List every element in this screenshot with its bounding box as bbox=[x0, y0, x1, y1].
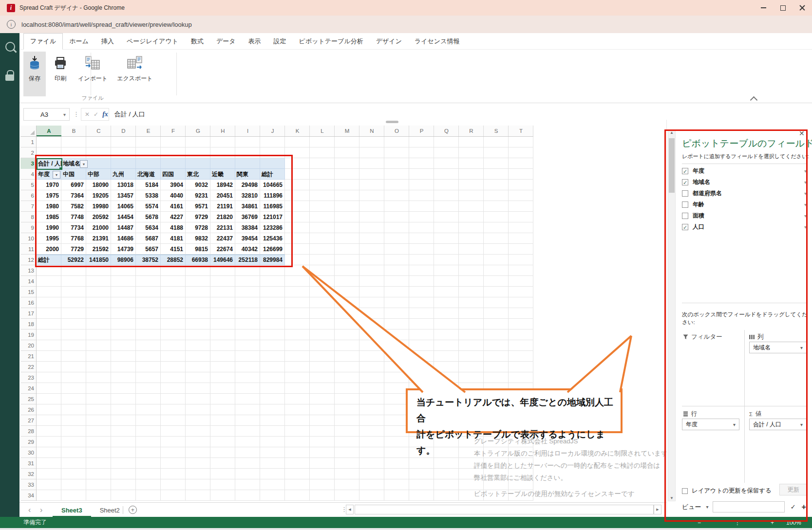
ribbon-button[interactable]: エクスポート bbox=[114, 52, 155, 96]
scroll-right-icon[interactable]: ▶ bbox=[654, 505, 661, 514]
row-header[interactable]: 15 bbox=[20, 287, 34, 297]
row-header[interactable]: 8 bbox=[20, 212, 34, 222]
row-header[interactable]: 9 bbox=[20, 222, 34, 233]
ribbon-tab[interactable]: データ bbox=[210, 33, 242, 49]
column-header[interactable]: F bbox=[161, 126, 186, 136]
row-header[interactable]: 2 bbox=[20, 147, 34, 158]
scroll-left-icon[interactable]: ◀ bbox=[346, 505, 354, 514]
row-header[interactable]: 13 bbox=[20, 265, 34, 276]
row-header[interactable]: 3 bbox=[20, 158, 37, 169]
maximize-button[interactable] bbox=[773, 0, 793, 16]
row-header[interactable]: 6 bbox=[20, 190, 34, 201]
column-header[interactable]: O bbox=[384, 126, 409, 136]
ribbon-tab[interactable]: ライセンス情報 bbox=[408, 33, 466, 49]
row-header[interactable]: 25 bbox=[20, 394, 34, 404]
prev-sheet-icon[interactable]: ‹ bbox=[28, 503, 31, 517]
url-text[interactable]: localhost:8080/imart/well/spread_craft/v… bbox=[21, 21, 192, 28]
row-header[interactable]: 18 bbox=[20, 319, 34, 329]
column-header[interactable]: M bbox=[335, 126, 359, 136]
row-header[interactable]: 5 bbox=[20, 180, 34, 190]
row-header[interactable]: 30 bbox=[20, 447, 34, 458]
ribbon-tab[interactable]: 挿入 bbox=[95, 33, 120, 49]
horizontal-scrollbar[interactable] bbox=[355, 505, 654, 514]
row-header[interactable]: 26 bbox=[20, 404, 34, 415]
row-header[interactable]: 16 bbox=[20, 297, 34, 308]
pane-splitter-handle[interactable] bbox=[386, 121, 398, 123]
column-header[interactable]: I bbox=[235, 126, 260, 136]
select-all-corner[interactable] bbox=[20, 126, 37, 137]
status-ready-text: 準備完了 bbox=[23, 517, 47, 528]
accept-icon[interactable]: ✓ bbox=[94, 111, 98, 118]
ribbon-button[interactable]: 保存 bbox=[23, 52, 46, 96]
row-header[interactable]: 31 bbox=[20, 458, 34, 469]
ribbon-button[interactable]: 印刷 bbox=[49, 52, 72, 96]
add-sheet-icon[interactable]: + bbox=[129, 506, 137, 514]
name-box[interactable]: A3 ▾ bbox=[23, 108, 70, 121]
column-header[interactable]: G bbox=[186, 126, 210, 136]
row-header[interactable]: 4 bbox=[20, 169, 34, 180]
row-header[interactable]: 19 bbox=[20, 329, 34, 340]
column-header[interactable]: N bbox=[359, 126, 384, 136]
row-header[interactable]: 11 bbox=[20, 244, 34, 255]
ribbon-tab[interactable]: デザイン bbox=[370, 33, 408, 49]
insert-function-icon[interactable]: fx bbox=[102, 110, 108, 118]
window-title-bar: i Spread Craft デザイナ - Google Chrome bbox=[0, 0, 812, 16]
row-header[interactable]: 22 bbox=[20, 362, 34, 372]
row-header[interactable]: 34 bbox=[20, 490, 34, 501]
ribbon-tab[interactable]: ページレイアウト bbox=[120, 33, 185, 49]
column-header[interactable]: Q bbox=[434, 126, 459, 136]
column-header[interactable]: A bbox=[37, 126, 61, 136]
cancel-icon[interactable]: ✕ bbox=[85, 111, 90, 118]
row-header[interactable]: 17 bbox=[20, 308, 34, 319]
column-header[interactable]: T bbox=[509, 126, 533, 136]
next-sheet-icon[interactable]: › bbox=[40, 503, 42, 517]
printer-icon bbox=[52, 55, 69, 71]
column-header[interactable]: E bbox=[136, 126, 161, 136]
row-header[interactable]: 10 bbox=[20, 233, 34, 244]
ribbon-tab[interactable]: 数式 bbox=[185, 33, 210, 49]
row-header[interactable]: 33 bbox=[20, 479, 34, 490]
tab-divider bbox=[123, 506, 123, 514]
ribbon-separator bbox=[176, 53, 177, 95]
column-header[interactable]: P bbox=[409, 126, 434, 136]
column-header[interactable]: B bbox=[61, 126, 86, 136]
row-header[interactable]: 20 bbox=[20, 340, 34, 351]
formula-input[interactable]: 合計 / 人口 bbox=[114, 108, 145, 121]
ribbon-tab[interactable]: 表示 bbox=[242, 33, 267, 49]
column-header[interactable]: L bbox=[310, 126, 335, 136]
column-header[interactable]: D bbox=[111, 126, 136, 136]
ribbon-tab[interactable]: 設定 bbox=[267, 33, 293, 49]
ribbon-tab[interactable]: ピボットテーブル分析 bbox=[293, 33, 370, 49]
ribbon-tab[interactable]: ファイル bbox=[23, 33, 63, 50]
chevron-down-icon[interactable]: ▾ bbox=[63, 112, 69, 117]
sheet-tab[interactable]: Sheet3 bbox=[53, 503, 91, 517]
row-header[interactable]: 28 bbox=[20, 426, 34, 437]
browser-address-bar[interactable]: i localhost:8080/imart/well/spread_craft… bbox=[0, 16, 812, 34]
close-button[interactable] bbox=[793, 0, 812, 16]
row-header[interactable]: 14 bbox=[20, 276, 34, 287]
formula-bar-divider: ⋮ bbox=[73, 110, 79, 118]
column-header[interactable]: K bbox=[285, 126, 310, 136]
column-header[interactable]: H bbox=[210, 126, 235, 136]
row-header[interactable]: 27 bbox=[20, 415, 34, 426]
site-info-icon[interactable]: i bbox=[7, 20, 16, 29]
column-header[interactable]: R bbox=[459, 126, 484, 136]
column-header[interactable]: S bbox=[484, 126, 509, 136]
row-header[interactable]: 32 bbox=[20, 469, 34, 479]
row-header[interactable]: 24 bbox=[20, 383, 34, 394]
column-header[interactable]: C bbox=[86, 126, 111, 136]
ribbon-button[interactable]: インポート bbox=[75, 52, 111, 96]
row-header[interactable]: 21 bbox=[20, 351, 34, 362]
row-header[interactable]: 29 bbox=[20, 437, 34, 447]
row-header[interactable]: 23 bbox=[20, 372, 34, 383]
row-header[interactable]: 12 bbox=[20, 255, 34, 265]
formula-buttons: ✕ ✓ fx bbox=[81, 108, 109, 121]
lock-icon-body bbox=[5, 74, 14, 81]
minimize-button[interactable] bbox=[754, 0, 773, 16]
row-header[interactable]: 1 bbox=[20, 137, 34, 147]
row-header[interactable]: 7 bbox=[20, 201, 34, 212]
ribbon-tab[interactable]: ホーム bbox=[63, 33, 95, 49]
column-header[interactable]: J bbox=[260, 126, 285, 136]
ribbon-button-label: 印刷 bbox=[55, 74, 66, 83]
import-icon bbox=[85, 55, 101, 71]
